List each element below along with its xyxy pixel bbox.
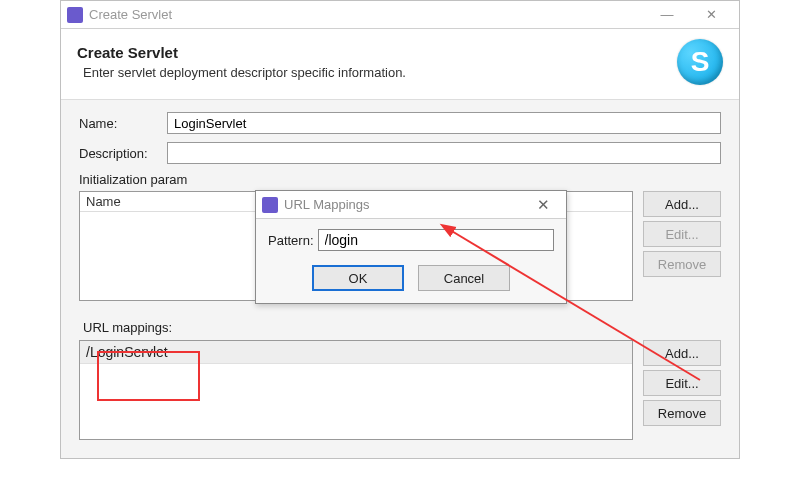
cancel-button[interactable]: Cancel <box>418 265 510 291</box>
url-mappings-remove-button[interactable]: Remove <box>643 400 721 426</box>
page-subtitle: Enter servlet deployment descriptor spec… <box>83 65 677 80</box>
minimize-button[interactable]: — <box>645 3 689 27</box>
window-titlebar: Create Servlet — ✕ <box>61 1 739 29</box>
url-mappings-add-button[interactable]: Add... <box>643 340 721 366</box>
close-button[interactable]: ✕ <box>689 3 733 27</box>
url-mappings-label: URL mappings: <box>79 319 176 336</box>
dialog-close-button[interactable]: ✕ <box>526 196 560 214</box>
url-mappings-dialog: URL Mappings ✕ Pattern: OK Cancel <box>255 190 567 304</box>
dialog-app-icon <box>262 197 278 213</box>
name-row: Name: <box>79 112 721 134</box>
description-label: Description: <box>79 146 167 161</box>
pattern-field[interactable] <box>318 229 554 251</box>
url-mappings-area: /LoginServlet Add... Edit... Remove <box>79 340 721 440</box>
url-mapping-item[interactable]: /LoginServlet <box>80 341 632 364</box>
description-row: Description: <box>79 142 721 164</box>
name-field[interactable] <box>167 112 721 134</box>
init-params-add-button[interactable]: Add... <box>643 191 721 217</box>
url-mappings-list[interactable]: /LoginServlet <box>79 340 633 440</box>
init-params-edit-button[interactable]: Edit... <box>643 221 721 247</box>
dialog-titlebar: URL Mappings ✕ <box>256 191 566 219</box>
init-params-label: Initialization param <box>79 172 721 187</box>
init-params-remove-button[interactable]: Remove <box>643 251 721 277</box>
wizard-header: Create Servlet Enter servlet deployment … <box>61 29 739 100</box>
page-title: Create Servlet <box>77 44 677 61</box>
app-icon <box>67 7 83 23</box>
pattern-label: Pattern: <box>268 233 314 248</box>
ok-button[interactable]: OK <box>312 265 404 291</box>
pattern-row: Pattern: <box>268 229 554 251</box>
servlet-logo-icon: S <box>677 39 723 85</box>
name-label: Name: <box>79 116 167 131</box>
window-title: Create Servlet <box>89 7 645 22</box>
url-mappings-edit-button[interactable]: Edit... <box>643 370 721 396</box>
description-field[interactable] <box>167 142 721 164</box>
dialog-title: URL Mappings <box>284 197 526 212</box>
